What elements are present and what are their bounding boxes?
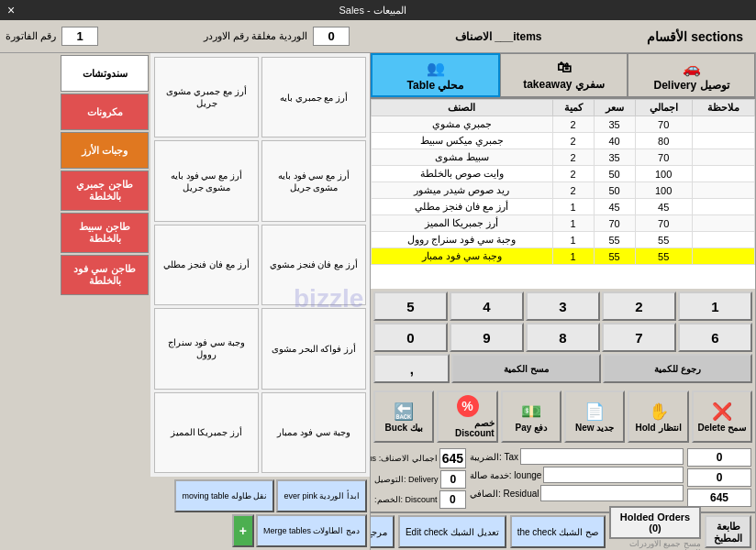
row-total: 55 [635, 232, 692, 248]
new-button[interactable]: 📄 جديد New [564, 390, 625, 443]
num-2[interactable]: 2 [602, 292, 676, 321]
numpad: 1 2 3 4 5 6 7 8 9 0 رجوع للكمية مسح الكم… [371, 289, 755, 388]
row-qty: 2 [552, 182, 594, 199]
hold-button[interactable]: ✋ انتظار Hold [628, 390, 688, 443]
num-3[interactable]: 3 [526, 292, 600, 321]
service-label: lounge :خدمة صالة [470, 470, 541, 480]
items-grid: أرز مع جمبري بايهأرز مع جمبري مشوى جريلأ… [150, 53, 370, 477]
row-name: جمبري ميكس سبيط [372, 133, 553, 149]
row-name: أرز جمبريكا المميز [372, 215, 553, 232]
row-notes [692, 199, 754, 215]
section-btn-2[interactable]: وجبات الأرز [61, 132, 149, 169]
table-row[interactable]: 70 35 2 جمبري مشوي [372, 116, 755, 133]
sections-label-area: sections الأقسام [647, 29, 750, 44]
num-7[interactable]: 7 [602, 323, 676, 352]
tab-takeaway-label: سفري takeaway [523, 78, 605, 91]
num-5[interactable]: 5 [373, 292, 448, 321]
items-panel: أرز مع جمبري بايهأرز مع جمبري مشوى جريلأ… [150, 53, 371, 550]
delete-label: سمح Delete [697, 423, 746, 433]
row-name: وجبة سي فود ممبار [372, 248, 553, 265]
table-row[interactable]: 100 50 2 وايت صوص بالخلطة [372, 166, 755, 182]
clear-qty-btn[interactable]: رجوع للكمية [603, 354, 752, 383]
num-1[interactable]: 1 [678, 292, 752, 321]
residual-row: Residual :الصافي [470, 485, 684, 501]
delete-button[interactable]: ❌ سمح Delete [692, 390, 752, 443]
table-row[interactable]: 100 50 2 ريد صوص شيدر ميشور [372, 182, 755, 199]
residual-label: Residual :الصافي [470, 489, 539, 499]
table-row[interactable]: 70 70 1 أرز جمبريكا المميز [372, 215, 755, 232]
item-button[interactable]: أرز مع سي فود بايه مشوى جريل [154, 140, 259, 221]
row-qty: 2 [552, 149, 594, 166]
numpad-row-2: 6 7 8 9 0 [373, 323, 752, 352]
buck-icon: 🔙 [394, 402, 414, 422]
order-table: ملاحظة اجمالي سعر كمية الصنف 70 35 2 جمب… [371, 99, 755, 289]
holded-orders-area[interactable]: Holded Orders (0) مسح جميع الاوردرات الم… [609, 506, 701, 550]
tab-table[interactable]: 👥 محلي Table [371, 53, 500, 97]
row-name: وجبة سي فود سنراج روول [372, 232, 553, 248]
new-label: جديد New [575, 423, 614, 433]
edit-check-button[interactable]: تعديل الشبك Edit check [398, 515, 506, 548]
section-btn-1[interactable]: مكرونات [61, 94, 149, 130]
row-total: 70 [635, 149, 692, 166]
num-4[interactable]: 4 [450, 292, 524, 321]
table-row[interactable]: 80 40 2 جمبري ميكس سبيط [372, 133, 755, 149]
buck-button[interactable]: 🔙 بيك Buck [373, 390, 434, 443]
row-qty: 1 [552, 232, 594, 248]
ever-pink-button[interactable]: ابدأ الوردية ever pink [276, 479, 367, 512]
sections-panel: سندوتشاتمكروناتوجبات الأرزطاجن جمبري بال… [59, 53, 150, 550]
item-button[interactable]: أرز فواكه البحر مشوى [261, 308, 366, 389]
buck-label: بيك Buck [385, 423, 423, 433]
row-name: أرز مع فان فنجز مطلي [372, 199, 553, 215]
item-button[interactable]: أرز مع فان فنجز مشوي [261, 225, 366, 305]
num-9[interactable]: 9 [450, 323, 524, 352]
kitchen-button[interactable]: طابعة المطبخ [705, 515, 751, 548]
item-button[interactable]: أرز مع جمبري بايه [261, 57, 366, 138]
tab-delivery-label: توصيل Delivery [653, 79, 728, 92]
service-input[interactable] [543, 467, 684, 483]
row-qty: 2 [552, 116, 594, 133]
app-title: Sales - المبيعات [339, 5, 406, 16]
residual-input[interactable] [540, 485, 684, 501]
item-button[interactable]: أرز مع فان فنجز مطلي [154, 225, 259, 305]
table-row[interactable]: 55 55 1 وجبة سي فود سنراج روول [372, 232, 755, 248]
item-button[interactable]: وجبة سي فود ممبار [261, 392, 366, 473]
section-btn-4[interactable]: طاجن سبيط بالخلطة [61, 213, 149, 253]
moving-table-button[interactable]: نقل طاوله moving table [174, 479, 274, 512]
totals-right: 645 اجمالي الاصناف: Total items 0 Delive… [374, 448, 466, 509]
pay-button[interactable]: 💵 دفع Pay [501, 390, 561, 443]
item-button[interactable]: أرز مع جمبري مشوى جريل [154, 57, 259, 138]
num-8[interactable]: 8 [526, 323, 600, 352]
section-btn-3[interactable]: طاجن جمبري بالخلطة [61, 170, 149, 211]
item-button[interactable]: أرز مع سي فود بايه مشوى جريل [261, 140, 366, 221]
clear-held-btn[interactable]: مسح جميع الاوردرات المعلقة [609, 539, 701, 550]
tax-input[interactable] [520, 448, 684, 465]
delivery-row: 0 Delivery :التوصيل [374, 470, 466, 489]
table-row[interactable]: 70 35 2 سبيط مشوى [372, 149, 755, 166]
invoice-num-value: 1 [61, 27, 98, 46]
item-button[interactable]: أرز جمبريكا المميز [154, 392, 259, 473]
tab-delivery[interactable]: 🚗 توصيل Delivery [628, 53, 755, 97]
tabs-row: 🚗 توصيل Delivery 🛍 سفري takeaway 👥 محلي … [371, 53, 755, 99]
num-0[interactable]: 0 [373, 323, 448, 352]
total-val-3: 645 [687, 489, 751, 507]
row-total: 100 [635, 182, 692, 199]
section-btn-5[interactable]: طاجن سي فود بالخلطة [61, 255, 149, 295]
total-val-1: 0 [687, 448, 751, 467]
pay-icon: 💵 [521, 402, 541, 422]
section-btn-0[interactable]: سندوتشات [61, 55, 149, 92]
clear-all-btn[interactable]: مسح الكمية [451, 354, 601, 383]
holded-orders-button[interactable]: Holded Orders (0) [609, 506, 701, 539]
tab-takeaway[interactable]: 🛍 سفري takeaway [500, 53, 628, 97]
row-total: 70 [635, 116, 692, 133]
item-button[interactable]: وجبة سي فود سنراج روول [154, 308, 259, 389]
comma-btn[interactable]: , [373, 354, 450, 383]
add-button[interactable]: + [232, 514, 254, 547]
merge-tables-button[interactable]: دمج الطاولات Merge tables [256, 514, 367, 547]
discount-button[interactable]: % خصم Discount [437, 390, 497, 443]
table-row[interactable]: 45 45 1 أرز مع فان فنجز مطلي [372, 199, 755, 215]
check-button[interactable]: صح الشبك the check [510, 515, 606, 548]
table-row[interactable]: 55 55 1 وجبة سي فود ممبار [372, 248, 755, 265]
num-6[interactable]: 6 [678, 323, 752, 352]
close-icon[interactable]: × [7, 3, 15, 17]
row-name: سبيط مشوى [372, 149, 553, 166]
